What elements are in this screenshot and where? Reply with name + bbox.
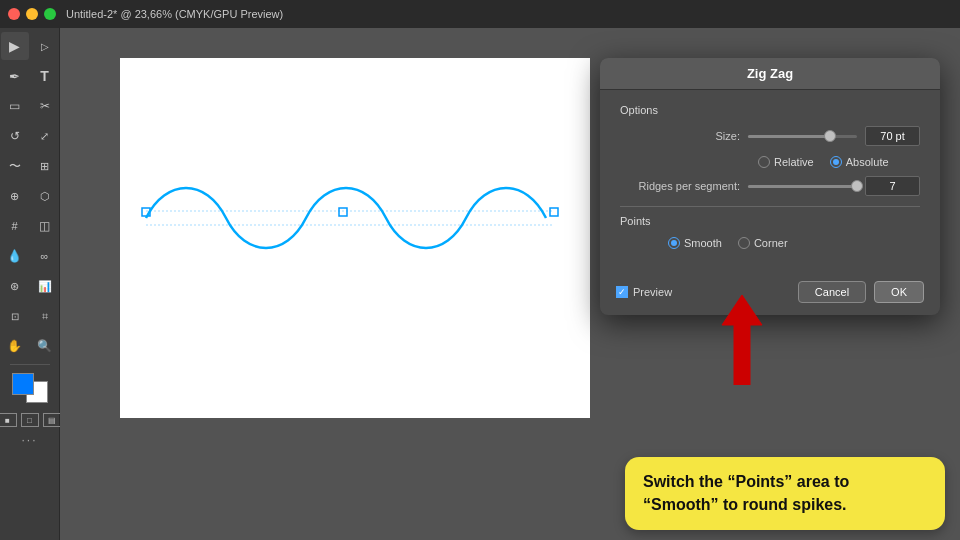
- warp-tool[interactable]: 〜: [1, 152, 29, 180]
- absolute-radio[interactable]: Absolute: [830, 156, 889, 168]
- options-label: Options: [620, 104, 920, 116]
- window-title: Untitled-2* @ 23,66% (CMYK/GPU Preview): [66, 8, 283, 20]
- corner-radio[interactable]: Corner: [738, 237, 788, 249]
- size-slider[interactable]: [748, 135, 857, 138]
- zoom-tool[interactable]: 🔍: [31, 332, 59, 360]
- preview-label: Preview: [633, 286, 672, 298]
- size-control-row: Size: 70 pt: [620, 126, 920, 146]
- ridges-control-row: Ridges per segment: 7: [620, 176, 920, 196]
- tooltip-text: Switch the “Points” area to “Smooth” to …: [643, 473, 849, 512]
- ridges-slider[interactable]: [748, 185, 857, 188]
- type-tool[interactable]: T: [31, 62, 59, 90]
- preview-checkbox[interactable]: ✓: [616, 286, 628, 298]
- title-bar: Untitled-2* @ 23,66% (CMYK/GPU Preview): [0, 0, 960, 28]
- relative-radio-circle[interactable]: [758, 156, 770, 168]
- svg-rect-1: [339, 208, 347, 216]
- relative-radio[interactable]: Relative: [758, 156, 814, 168]
- left-toolbar: ▶ ▷ ✒ T ▭ ✂ ↺ ⤢ 〜 ⊞ ⊕ ⬡ # ◫ 💧 ∞: [0, 28, 60, 540]
- ridges-label: Ridges per segment:: [620, 180, 740, 192]
- rotate-tool[interactable]: ↺: [1, 122, 29, 150]
- wave-path[interactable]: [140, 158, 560, 278]
- absolute-radio-circle[interactable]: [830, 156, 842, 168]
- size-value[interactable]: 70 pt: [865, 126, 920, 146]
- minimize-button[interactable]: [26, 8, 38, 20]
- foreground-color-swatch[interactable]: [12, 373, 34, 395]
- blend-tool[interactable]: ∞: [31, 242, 59, 270]
- zig-zag-dialog: Zig Zag Options Size: 70 pt: [600, 58, 940, 315]
- size-label: Size:: [620, 130, 740, 142]
- maximize-button[interactable]: [44, 8, 56, 20]
- corner-label: Corner: [754, 237, 788, 249]
- scale-tool[interactable]: ⤢: [31, 122, 59, 150]
- points-radio-row: Smooth Corner: [660, 237, 920, 249]
- column-graph-tool[interactable]: 📊: [31, 272, 59, 300]
- direct-selection-tool[interactable]: ▷: [31, 32, 59, 60]
- gradient-tool[interactable]: ◫: [31, 212, 59, 240]
- ok-button[interactable]: OK: [874, 281, 924, 303]
- annotation-arrow: [712, 295, 772, 385]
- cancel-button[interactable]: Cancel: [798, 281, 866, 303]
- preview-checkbox-item[interactable]: ✓ Preview: [616, 286, 672, 298]
- relative-label: Relative: [774, 156, 814, 168]
- absolute-label: Absolute: [846, 156, 889, 168]
- smooth-radio-circle[interactable]: [668, 237, 680, 249]
- mode-icons: ■ □ ▤: [0, 413, 61, 427]
- svg-marker-5: [722, 295, 762, 385]
- free-transform-tool[interactable]: ⊞: [31, 152, 59, 180]
- ridges-value[interactable]: 7: [865, 176, 920, 196]
- dialog-title: Zig Zag: [600, 58, 940, 90]
- perspective-grid-tool[interactable]: ⬡: [31, 182, 59, 210]
- points-label: Points: [620, 215, 920, 227]
- fill-icon[interactable]: ■: [0, 413, 17, 427]
- selection-tool[interactable]: ▶: [1, 32, 29, 60]
- stroke-icon[interactable]: □: [21, 413, 39, 427]
- smooth-radio[interactable]: Smooth: [668, 237, 722, 249]
- rectangle-tool[interactable]: ▭: [1, 92, 29, 120]
- close-button[interactable]: [8, 8, 20, 20]
- relative-absolute-row: Relative Absolute: [750, 156, 920, 168]
- canvas-area: Zig Zag Options Size: 70 pt: [60, 28, 960, 540]
- svg-rect-2: [550, 208, 558, 216]
- smooth-label: Smooth: [684, 237, 722, 249]
- slice-tool[interactable]: ⌗: [31, 302, 59, 330]
- pen-tool[interactable]: ✒: [1, 62, 29, 90]
- corner-radio-circle[interactable]: [738, 237, 750, 249]
- hand-tool[interactable]: ✋: [1, 332, 29, 360]
- scissors-tool[interactable]: ✂: [31, 92, 59, 120]
- symbol-sprayer-tool[interactable]: ⊛: [1, 272, 29, 300]
- color-swatches[interactable]: [12, 373, 48, 403]
- artboard-tool[interactable]: ⊡: [1, 302, 29, 330]
- eyedropper-tool[interactable]: 💧: [1, 242, 29, 270]
- shape-builder-tool[interactable]: ⊕: [1, 182, 29, 210]
- more-tools[interactable]: ···: [21, 433, 37, 447]
- tooltip-box: Switch the “Points” area to “Smooth” to …: [625, 457, 945, 530]
- mesh-tool[interactable]: #: [1, 212, 29, 240]
- gradient-icon[interactable]: ▤: [43, 413, 61, 427]
